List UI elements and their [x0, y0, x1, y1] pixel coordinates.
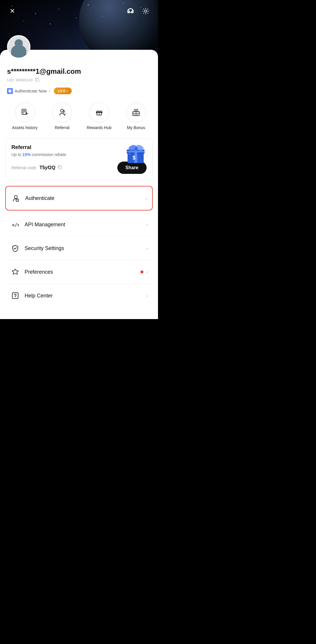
rewards-hub-icon-wrap	[89, 102, 109, 122]
security-settings-chevron: ›	[146, 245, 148, 251]
referral-card: $ Referral Up to 10% commission rebate R…	[5, 138, 153, 180]
svg-text:$: $	[133, 155, 135, 161]
close-button[interactable]: ✕	[7, 6, 18, 16]
menu-item-help-center[interactable]: Help Center ›	[5, 284, 153, 307]
preferences-notification-dot	[140, 270, 143, 273]
referral-code-left: Referral code: T5yf2Q	[11, 165, 62, 171]
svg-point-42	[17, 200, 18, 200]
avatar	[7, 35, 30, 59]
action-rewards-hub[interactable]: Rewards Hub	[87, 102, 111, 130]
badges-row: Authenticate Now › LV.0 ›	[7, 88, 151, 94]
authenticate-menu-label: Authenticate	[25, 195, 146, 201]
action-referral[interactable]: Referral	[52, 102, 72, 130]
svg-point-3	[145, 10, 147, 12]
my-bonus-icon-wrap	[126, 102, 146, 122]
help-center-icon	[10, 290, 20, 301]
uid-text: UID: 94098140	[7, 78, 32, 82]
assets-history-label: Assets history	[12, 125, 37, 130]
api-management-icon: </>	[10, 219, 20, 230]
action-my-bonus[interactable]: My Bonus	[126, 102, 146, 130]
api-management-label: API Management	[25, 222, 146, 228]
avatar-head	[15, 39, 23, 47]
user-email: s*********1@gmail.com	[7, 67, 151, 76]
api-management-chevron: ›	[146, 222, 148, 228]
my-bonus-label: My Bonus	[127, 125, 145, 130]
referral-icon-wrap	[52, 102, 72, 122]
preferences-chevron: ›	[146, 269, 148, 275]
rewards-hub-label: Rewards Hub	[87, 125, 111, 130]
svg-line-9	[147, 13, 148, 13]
security-settings-icon	[10, 243, 20, 254]
settings-icon[interactable]	[140, 6, 151, 16]
svg-line-11	[143, 13, 144, 13]
security-settings-label: Security Settings	[25, 245, 146, 251]
svg-rect-38	[59, 166, 62, 169]
gift-illustration: $	[123, 141, 150, 165]
svg-rect-44	[12, 293, 18, 299]
svg-line-8	[143, 9, 144, 9]
copy-uid-icon[interactable]	[35, 77, 40, 83]
menu-item-api-management[interactable]: </> API Management ›	[5, 213, 153, 237]
svg-line-10	[147, 9, 148, 9]
authenticate-menu-chevron: ›	[146, 195, 147, 201]
referral-code-label: Referral code:	[11, 165, 37, 170]
content-card: s*********1@gmail.com UID: 94098140 Auth…	[0, 50, 158, 319]
help-center-label: Help Center	[25, 293, 146, 299]
referral-label: Referral	[55, 125, 69, 130]
uid-row: UID: 94098140	[7, 77, 151, 83]
authenticate-chevron-icon: ›	[49, 89, 50, 93]
assets-history-icon-wrap	[15, 102, 35, 122]
action-assets-history[interactable]: Assets history	[12, 102, 37, 130]
svg-point-37	[128, 153, 131, 155]
svg-text:</>: </>	[12, 222, 19, 228]
avatar-wrapper	[7, 35, 30, 59]
auth-shield-icon	[7, 88, 13, 94]
preferences-label: Preferences	[25, 269, 140, 275]
svg-rect-32	[127, 151, 145, 153]
level-badge[interactable]: LV.0 ›	[54, 88, 72, 94]
menu-item-security-settings[interactable]: Security Settings ›	[5, 237, 153, 260]
quick-actions-row: Assets history Referral	[0, 102, 158, 138]
authenticate-now-label: Authenticate Now	[15, 89, 47, 93]
menu-item-authenticate[interactable]: Authenticate ›	[5, 186, 153, 210]
top-bar: ✕	[0, 0, 158, 22]
menu-list: Authenticate › </> API Management › Secu…	[0, 186, 158, 307]
svg-point-39	[14, 196, 17, 198]
help-center-chevron: ›	[146, 293, 148, 299]
svg-point-35	[134, 147, 138, 150]
copy-code-icon[interactable]	[58, 165, 62, 171]
authenticate-now-badge[interactable]: Authenticate Now ›	[7, 88, 50, 94]
authenticate-menu-icon	[11, 193, 21, 203]
menu-item-preferences[interactable]: Preferences ›	[5, 260, 153, 284]
referral-code-value: T5yf2Q	[40, 165, 55, 170]
headset-icon[interactable]	[125, 6, 136, 16]
svg-rect-12	[36, 79, 39, 81]
preferences-icon	[10, 267, 20, 277]
